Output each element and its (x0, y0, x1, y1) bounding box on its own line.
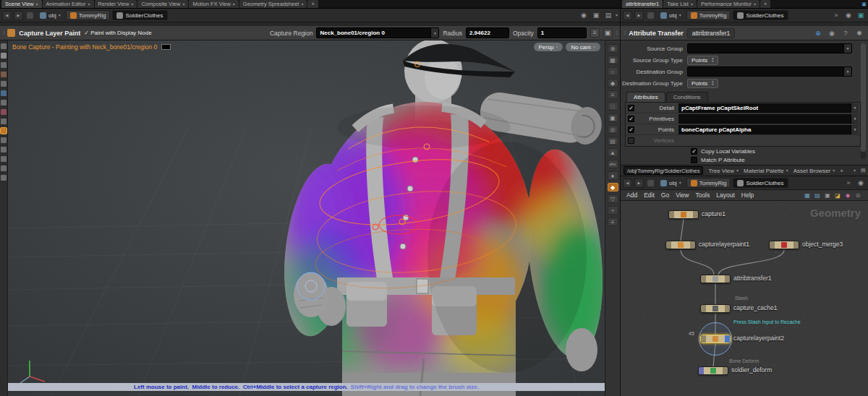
menu-go[interactable]: Go (661, 191, 669, 199)
detail-attributes-input[interactable]: pCaptFrame pCaptSkelRoot (678, 103, 859, 113)
node-display-flag[interactable] (725, 335, 730, 343)
current-path-box[interactable]: /obj/TommyRig/SoldierClothes (624, 166, 703, 175)
edit-tool-icon[interactable] (1, 100, 7, 106)
new-pane-tab-button[interactable]: + (840, 168, 843, 174)
points-checkbox[interactable] (628, 126, 634, 133)
scale-tool-icon[interactable] (1, 72, 7, 77)
node-left-flag[interactable] (701, 305, 706, 312)
node-body[interactable] (671, 241, 690, 249)
snapshot-icon[interactable]: ▣ (603, 28, 613, 38)
folder-icon[interactable]: ◪ (833, 191, 842, 199)
tab-render-view[interactable]: Render View (95, 0, 137, 8)
chevron-down-icon[interactable] (843, 67, 851, 76)
sculpt-tool-icon[interactable] (1, 109, 7, 115)
params-scrollbar[interactable] (861, 43, 866, 159)
spreadsheet-icon[interactable]: ▦ (803, 191, 812, 199)
node-left-flag[interactable] (701, 275, 706, 283)
tab-attribtransfer1[interactable]: attribtransfer1 (622, 0, 663, 8)
linked-pane-icon[interactable]: ▣ (856, 10, 866, 20)
table-icon[interactable]: ▤ (813, 191, 822, 199)
node-right-flag[interactable] (793, 241, 799, 249)
vertices-checkbox[interactable] (628, 137, 634, 144)
view-material-icon[interactable]: ◆ (608, 79, 618, 87)
translate-tool-icon[interactable] (1, 53, 7, 59)
node-soldier-deform[interactable] (698, 366, 728, 375)
pin-icon[interactable]: ◉ (856, 178, 866, 188)
pane-menu-icon[interactable]: ▤ (603, 10, 613, 20)
menu-add[interactable]: Add (626, 191, 637, 199)
comb-tool-icon[interactable] (1, 119, 7, 124)
node-left-flag[interactable] (699, 367, 704, 374)
node-attribtransfer1[interactable] (700, 275, 731, 283)
points-attributes-input[interactable]: boneCapture pCaptAlpha (678, 125, 859, 134)
node-name-capturelayerpaint1[interactable]: capturelayerpaint1 (699, 241, 749, 248)
paint-with-display-node-toggle[interactable]: Paint with Display Node (84, 30, 151, 36)
tab-geometry-spreadsheet[interactable]: Geometry Spreadsheet (239, 0, 307, 8)
lock-icon[interactable] (27, 12, 33, 19)
node-body[interactable] (706, 275, 725, 283)
pin-icon[interactable]: ◉ (579, 10, 589, 20)
match-p-attribute-checkbox[interactable] (691, 157, 697, 163)
color-swatch[interactable] (161, 44, 171, 50)
view-grid-icon[interactable]: ▦ (608, 56, 618, 64)
tab-tree-view[interactable]: Tree View (708, 168, 739, 174)
breadcrumb-tommyrig[interactable]: TommyRig (686, 10, 731, 20)
chevron-down-icon[interactable] (616, 13, 618, 17)
node-left-flag[interactable] (701, 335, 706, 343)
tab-material-palette[interactable]: Material Palette (744, 168, 788, 174)
lock-icon[interactable] (647, 12, 654, 19)
menu-help[interactable]: Help (741, 191, 754, 199)
node-name-capture1[interactable]: capture1 (702, 210, 726, 218)
palette-icon[interactable]: ◆ (843, 191, 852, 199)
view-up-icon[interactable]: ▲ (608, 148, 618, 157)
gear-icon[interactable]: ✱ (854, 28, 864, 38)
breadcrumb-soldierclothes[interactable]: SoldierClothes (733, 178, 788, 188)
context-root-selector[interactable]: obj (658, 178, 684, 188)
stepper-icon[interactable]: ▲▼ (711, 80, 714, 86)
tab-conditions[interactable]: Conditions (666, 92, 708, 102)
mirror-tool-icon[interactable] (1, 137, 7, 143)
tab-scene-view[interactable]: Scene View (1, 0, 42, 8)
context-root-selector[interactable]: obj (658, 10, 684, 20)
lock-icon[interactable] (647, 180, 654, 186)
viewport-3d-scene[interactable] (8, 40, 605, 396)
node-right-flag[interactable] (693, 211, 698, 218)
select-tool-icon[interactable] (1, 43, 7, 49)
back-button[interactable] (623, 11, 632, 20)
tab-performance-monitor[interactable]: Performance Monitor (697, 0, 760, 8)
network-editor-canvas[interactable]: Geometry capture1 (621, 201, 868, 396)
viewport-3d[interactable]: Bone Capture - Painting with Neck_bone01… (8, 40, 605, 396)
desktop-layout-icon[interactable]: ▣ (860, 0, 868, 8)
view-menu-icon[interactable]: ≡ (608, 218, 618, 226)
view-light-icon[interactable]: ◎ (608, 125, 618, 134)
view-tool-icon[interactable] (1, 156, 7, 162)
primitives-checkbox[interactable] (628, 116, 634, 122)
menu-layout[interactable]: Layout (716, 191, 735, 199)
node-right-flag[interactable] (723, 367, 728, 374)
view-add-icon[interactable]: + (608, 206, 618, 215)
jump-icon[interactable]: » (843, 178, 854, 188)
select-node-icon[interactable]: ⊕ (813, 28, 823, 38)
toolbar-grip-icon[interactable] (3, 30, 4, 36)
back-button[interactable] (2, 11, 12, 20)
node-object-merge3[interactable] (769, 241, 799, 249)
source-group-type-menu[interactable]: Points▲▼ (687, 56, 718, 65)
stepper-icon[interactable]: ▲▼ (711, 57, 714, 63)
node-left-flag[interactable] (770, 241, 775, 249)
node-capturelayerpaint2[interactable] (700, 335, 731, 343)
view-text-overlay-icon[interactable]: abc (608, 160, 618, 168)
pane-split-icon[interactable]: ▤ (861, 167, 866, 175)
zoom-icon[interactable]: ⊙ (854, 191, 862, 199)
menu-view[interactable]: View (676, 191, 689, 199)
view-shade-icon[interactable]: ○ (608, 67, 618, 76)
misc-tool-icon[interactable] (1, 175, 7, 181)
primitives-attributes-input[interactable] (678, 114, 859, 124)
header-grip-icon[interactable] (624, 30, 625, 36)
chevron-down-icon[interactable] (843, 44, 851, 53)
view-panel-icon[interactable]: ▤ (608, 137, 618, 145)
chevron-down-icon[interactable] (851, 103, 859, 113)
view-camera-icon[interactable]: ▣ (608, 113, 618, 122)
destination-group-input[interactable] (687, 66, 852, 77)
view-layout-icon[interactable]: ⊕ (608, 44, 618, 53)
node-name-capture-cache1[interactable]: capture_cache1 (733, 304, 778, 311)
